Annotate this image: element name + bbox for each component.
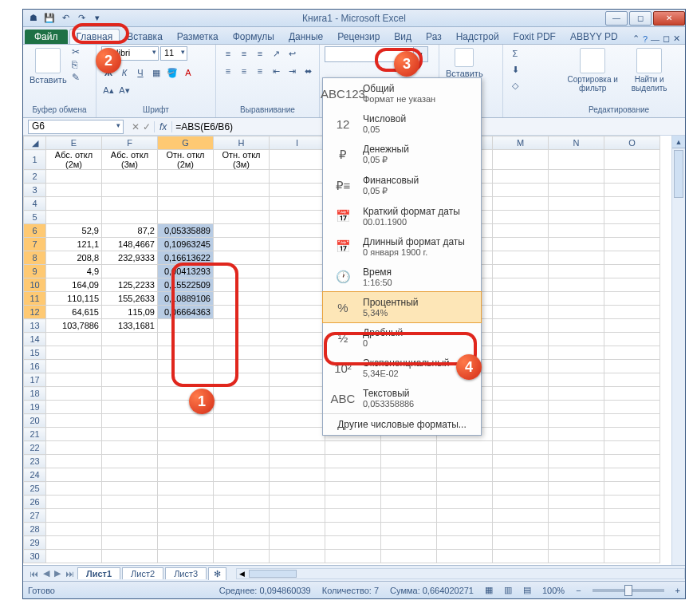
row-24[interactable]: 24 bbox=[24, 468, 46, 482]
cell-N7[interactable] bbox=[549, 238, 604, 251]
close-button[interactable]: ✕ bbox=[653, 11, 685, 26]
row-30[interactable]: 30 bbox=[24, 550, 46, 563]
sheet-nav-first[interactable]: ⏮ bbox=[28, 569, 40, 578]
cell-I14[interactable] bbox=[270, 333, 325, 346]
cell-N15[interactable] bbox=[549, 346, 604, 360]
horizontal-scrollbar[interactable]: ◀ bbox=[236, 568, 685, 579]
cell-E22[interactable] bbox=[46, 441, 102, 455]
cell-M5[interactable] bbox=[493, 211, 549, 224]
cell-I15[interactable] bbox=[270, 346, 325, 360]
format-painter-icon[interactable]: ✎ bbox=[72, 72, 80, 83]
align-bot-icon[interactable]: ≡ bbox=[253, 46, 267, 61]
row-11[interactable]: 11 bbox=[24, 292, 46, 306]
cell-E8[interactable]: 208,8 bbox=[46, 251, 102, 265]
cell-I20[interactable] bbox=[270, 414, 325, 428]
cell-F29[interactable] bbox=[102, 536, 158, 550]
row-19[interactable]: 19 bbox=[24, 401, 46, 414]
cell-M19[interactable] bbox=[493, 401, 549, 414]
cell-I27[interactable] bbox=[270, 509, 325, 523]
cell-I4[interactable] bbox=[270, 197, 325, 211]
col-N[interactable]: N bbox=[549, 136, 604, 150]
cell-O12[interactable] bbox=[604, 306, 660, 319]
find-select-button[interactable]: Найти и выделить bbox=[624, 46, 674, 94]
row-9[interactable]: 9 bbox=[24, 265, 46, 278]
name-box[interactable]: G6 bbox=[28, 120, 124, 134]
tab-data[interactable]: Данные bbox=[282, 29, 330, 44]
col-M[interactable]: M bbox=[493, 136, 549, 150]
cell-O15[interactable] bbox=[604, 346, 660, 360]
row-23[interactable]: 23 bbox=[24, 455, 46, 468]
scroll-thumb[interactable] bbox=[674, 150, 683, 198]
cell-K25[interactable] bbox=[381, 482, 437, 496]
cell-O11[interactable] bbox=[604, 292, 660, 306]
cell-E27[interactable] bbox=[46, 509, 102, 523]
cell-M25[interactable] bbox=[493, 482, 549, 496]
cell-E5[interactable] bbox=[46, 211, 102, 224]
qat-more[interactable]: ▾ bbox=[90, 11, 104, 26]
clear-icon[interactable]: ◇ bbox=[508, 78, 522, 93]
align-center-icon[interactable]: ≡ bbox=[237, 64, 251, 78]
cell-E30[interactable] bbox=[46, 550, 102, 563]
cell-E6[interactable]: 52,9 bbox=[46, 224, 102, 238]
cell-M20[interactable] bbox=[493, 414, 549, 428]
qat-undo[interactable]: ↶ bbox=[58, 11, 73, 26]
cell-F14[interactable] bbox=[102, 333, 158, 346]
sheet-tab-3[interactable]: Лист3 bbox=[165, 567, 207, 579]
cell-G16[interactable] bbox=[158, 360, 214, 373]
cell-N3[interactable] bbox=[549, 184, 604, 197]
tab-home[interactable]: Главная bbox=[69, 29, 120, 44]
row-7[interactable]: 7 bbox=[24, 238, 46, 251]
cell-K30[interactable] bbox=[381, 550, 437, 563]
cell-E4[interactable] bbox=[46, 197, 102, 211]
row-3[interactable]: 3 bbox=[24, 184, 46, 197]
format-option-2[interactable]: ₽ Денежный0,05 ₽ bbox=[323, 139, 481, 170]
cell-L29[interactable] bbox=[437, 536, 493, 550]
cell-G13[interactable] bbox=[158, 319, 214, 333]
row-5[interactable]: 5 bbox=[24, 211, 46, 224]
cell-M9[interactable] bbox=[493, 265, 549, 278]
cell-F19[interactable] bbox=[102, 401, 158, 414]
cell-M28[interactable] bbox=[493, 523, 549, 536]
cell-O9[interactable] bbox=[604, 265, 660, 278]
cell-H10[interactable] bbox=[214, 278, 270, 292]
cell-F25[interactable] bbox=[102, 482, 158, 496]
format-option-8[interactable]: ½ Дробный0 bbox=[323, 322, 481, 353]
cell-F21[interactable] bbox=[102, 428, 158, 441]
cell-M18[interactable] bbox=[493, 387, 549, 401]
more-formats[interactable]: Другие числовые форматы... bbox=[323, 413, 481, 435]
cell-G20[interactable] bbox=[158, 414, 214, 428]
cell-F15[interactable] bbox=[102, 346, 158, 360]
cell-F12[interactable]: 115,09 bbox=[102, 306, 158, 319]
cell-M30[interactable] bbox=[493, 550, 549, 563]
row-12[interactable]: 12 bbox=[24, 306, 46, 319]
cell-E17[interactable] bbox=[46, 373, 102, 387]
cell-I22[interactable] bbox=[270, 441, 325, 455]
cell-E24[interactable] bbox=[46, 468, 102, 482]
cell-I29[interactable] bbox=[270, 536, 325, 550]
cell-N12[interactable] bbox=[549, 306, 604, 319]
cell-E12[interactable]: 64,615 bbox=[46, 306, 102, 319]
cell-O16[interactable] bbox=[604, 360, 660, 373]
cell-G24[interactable] bbox=[158, 468, 214, 482]
autosum-icon[interactable]: Σ bbox=[508, 46, 522, 61]
cell-H17[interactable] bbox=[214, 373, 270, 387]
cell-M29[interactable] bbox=[493, 536, 549, 550]
tab-dev[interactable]: Раз bbox=[419, 29, 449, 44]
cell-G12[interactable]: 0,06664363 bbox=[158, 306, 214, 319]
cell-G8[interactable]: 0,16613622 bbox=[158, 251, 214, 265]
sheet-nav-next[interactable]: ▶ bbox=[53, 568, 62, 578]
cell-H13[interactable] bbox=[214, 319, 270, 333]
cell-M27[interactable] bbox=[493, 509, 549, 523]
cell-N1[interactable] bbox=[549, 150, 604, 170]
cell-I10[interactable] bbox=[270, 278, 325, 292]
row-28[interactable]: 28 bbox=[24, 523, 46, 536]
sheet-nav-last[interactable]: ⏭ bbox=[64, 569, 76, 578]
row-20[interactable]: 20 bbox=[24, 414, 46, 428]
cell-O25[interactable] bbox=[604, 482, 660, 496]
cell-O5[interactable] bbox=[604, 211, 660, 224]
cell-M2[interactable] bbox=[493, 170, 549, 184]
tab-addins[interactable]: Надстрой bbox=[449, 29, 506, 44]
qat-save[interactable]: 💾 bbox=[42, 11, 57, 26]
cell-E19[interactable] bbox=[46, 401, 102, 414]
cell-O4[interactable] bbox=[604, 197, 660, 211]
